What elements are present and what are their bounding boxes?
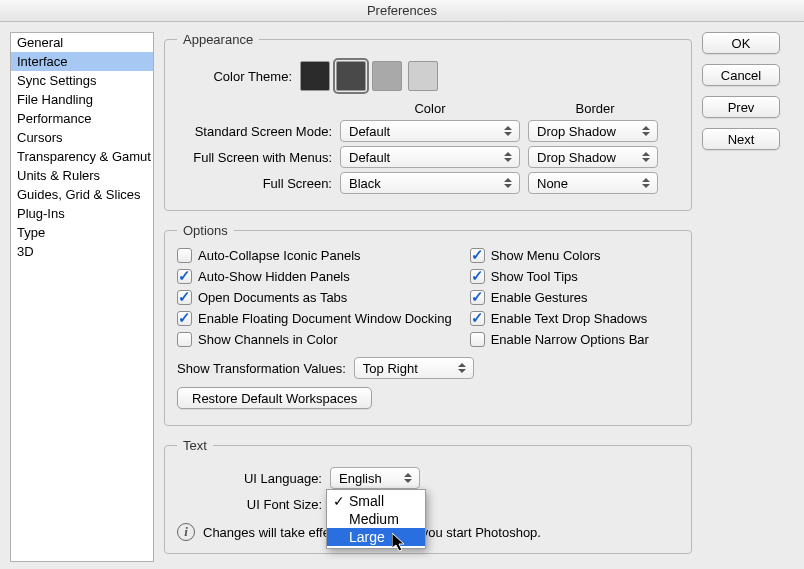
sidebar-item-guides-grid-slices[interactable]: Guides, Grid & Slices: [11, 185, 153, 204]
enable-text-drop-shadows-checkbox[interactable]: Enable Text Drop Shadows: [470, 311, 649, 326]
category-sidebar: General Interface Sync Settings File Han…: [10, 32, 154, 562]
restore-default-workspaces-button[interactable]: Restore Default Workspaces: [177, 387, 372, 409]
font-size-option-medium[interactable]: Medium: [327, 510, 425, 528]
enable-narrow-options-bar-checkbox[interactable]: Enable Narrow Options Bar: [470, 332, 649, 347]
color-theme-label: Color Theme:: [177, 69, 292, 84]
sidebar-item-cursors[interactable]: Cursors: [11, 128, 153, 147]
full-screen-border-select[interactable]: None: [528, 172, 658, 194]
font-size-option-large[interactable]: Large: [327, 528, 425, 546]
options-group: Options Auto-Collapse Iconic Panels Auto…: [164, 223, 692, 426]
sidebar-item-3d[interactable]: 3D: [11, 242, 153, 261]
show-transform-values-label: Show Transformation Values:: [177, 361, 346, 376]
updown-icon: [639, 175, 653, 191]
color-theme-swatch-1[interactable]: [300, 61, 330, 91]
sidebar-item-file-handling[interactable]: File Handling: [11, 90, 153, 109]
text-legend: Text: [177, 438, 213, 453]
border-column-header: Border: [530, 101, 660, 116]
prev-button[interactable]: Prev: [702, 96, 780, 118]
font-size-option-small[interactable]: Small: [327, 492, 425, 510]
enable-gestures-checkbox[interactable]: Enable Gestures: [470, 290, 649, 305]
sidebar-item-general[interactable]: General: [11, 33, 153, 52]
updown-icon: [455, 360, 469, 376]
color-column-header: Color: [340, 101, 520, 116]
standard-screen-border-select[interactable]: Drop Shadow: [528, 120, 658, 142]
sidebar-item-performance[interactable]: Performance: [11, 109, 153, 128]
updown-icon: [401, 470, 415, 486]
ui-font-size-dropdown[interactable]: Small Medium Large: [326, 489, 426, 549]
enable-floating-docking-checkbox[interactable]: Enable Floating Document Window Docking: [177, 311, 452, 326]
full-screen-menus-color-select[interactable]: Default: [340, 146, 520, 168]
sidebar-item-plug-ins[interactable]: Plug-Ins: [11, 204, 153, 223]
ui-language-select[interactable]: English: [330, 467, 420, 489]
cancel-button[interactable]: Cancel: [702, 64, 780, 86]
full-screen-color-select[interactable]: Black: [340, 172, 520, 194]
appearance-group: Appearance Color Theme: Color Border Sta…: [164, 32, 692, 211]
ok-button[interactable]: OK: [702, 32, 780, 54]
ui-font-size-label: UI Font Size:: [177, 497, 322, 512]
sidebar-item-units-rulers[interactable]: Units & Rulers: [11, 166, 153, 185]
updown-icon: [501, 149, 515, 165]
open-documents-as-tabs-checkbox[interactable]: Open Documents as Tabs: [177, 290, 452, 305]
sidebar-item-transparency-gamut[interactable]: Transparency & Gamut: [11, 147, 153, 166]
full-screen-menus-label: Full Screen with Menus:: [177, 150, 332, 165]
options-legend: Options: [177, 223, 234, 238]
color-theme-swatch-4[interactable]: [408, 61, 438, 91]
full-screen-menus-border-select[interactable]: Drop Shadow: [528, 146, 658, 168]
next-button[interactable]: Next: [702, 128, 780, 150]
sidebar-item-type[interactable]: Type: [11, 223, 153, 242]
window-title: Preferences: [0, 0, 804, 22]
appearance-legend: Appearance: [177, 32, 259, 47]
sidebar-item-sync-settings[interactable]: Sync Settings: [11, 71, 153, 90]
color-theme-swatch-2[interactable]: [336, 61, 366, 91]
info-icon: i: [177, 523, 195, 541]
auto-collapse-panels-checkbox[interactable]: Auto-Collapse Iconic Panels: [177, 248, 452, 263]
updown-icon: [639, 123, 653, 139]
auto-show-hidden-panels-checkbox[interactable]: Auto-Show Hidden Panels: [177, 269, 452, 284]
show-channels-in-color-checkbox[interactable]: Show Channels in Color: [177, 332, 452, 347]
updown-icon: [639, 149, 653, 165]
sidebar-item-interface[interactable]: Interface: [11, 52, 153, 71]
updown-icon: [501, 123, 515, 139]
show-menu-colors-checkbox[interactable]: Show Menu Colors: [470, 248, 649, 263]
show-tool-tips-checkbox[interactable]: Show Tool Tips: [470, 269, 649, 284]
standard-screen-color-select[interactable]: Default: [340, 120, 520, 142]
color-theme-swatch-3[interactable]: [372, 61, 402, 91]
show-transform-values-select[interactable]: Top Right: [354, 357, 474, 379]
full-screen-label: Full Screen:: [177, 176, 332, 191]
ui-language-label: UI Language:: [177, 471, 322, 486]
svg-marker-0: [392, 533, 404, 551]
standard-screen-mode-label: Standard Screen Mode:: [177, 124, 332, 139]
updown-icon: [501, 175, 515, 191]
text-group: Text UI Language: English UI Font Size: …: [164, 438, 692, 554]
